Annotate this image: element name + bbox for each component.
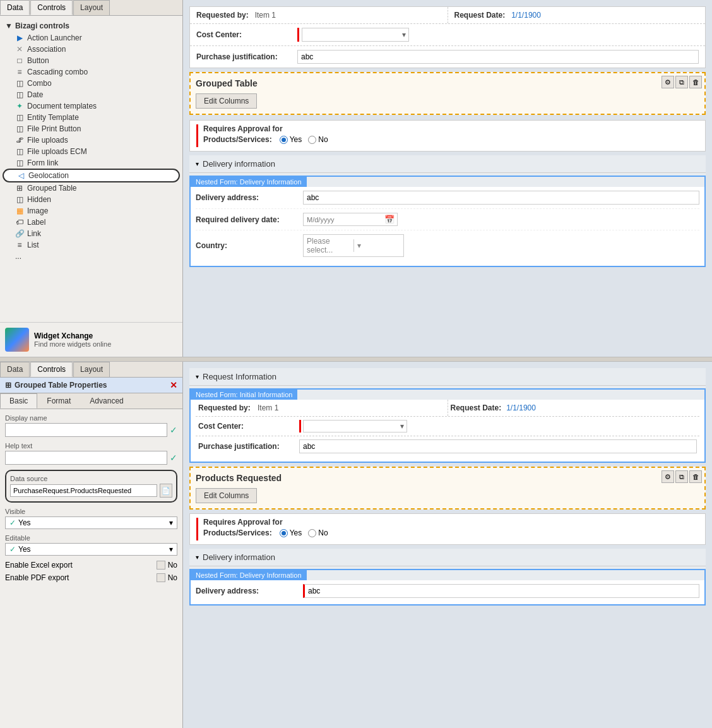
request-info-header: ▾ Request Information [189, 368, 706, 386]
br-yes-radio[interactable]: Yes [280, 528, 302, 537]
enable-excel-export-row: Enable Excel export No [5, 561, 177, 570]
br-delivery-address-field[interactable]: abc [303, 584, 699, 598]
copy-icon-btn[interactable]: ⧉ [675, 76, 688, 88]
date-icon: ◫ [15, 90, 24, 99]
br-yes-label: Yes [290, 528, 302, 537]
sidebar-item-form-link[interactable]: ◫ Form link [3, 157, 180, 169]
enable-excel-export-label: Enable Excel export [5, 561, 73, 570]
data-source-input[interactable] [10, 484, 157, 497]
date-input[interactable] [304, 214, 382, 225]
sidebar-item-entity-template[interactable]: ◫ Entity Template [3, 112, 180, 123]
edit-columns-button[interactable]: Edit Columns [196, 93, 257, 109]
br-cost-center-dropdown[interactable]: ▾ [303, 420, 407, 433]
sidebar-item-image[interactable]: ▦ Image [3, 205, 180, 217]
sidebar-item-more[interactable]: ... [3, 251, 180, 262]
sidebar-item-label[interactable]: 🏷 Label [3, 217, 180, 228]
sidebar-item-geolocation[interactable]: ◁ Geolocation [3, 169, 180, 182]
display-name-group: Display name ✓ [5, 414, 177, 437]
tab-layout-top[interactable]: Layout [73, 0, 110, 15]
props-tab-format[interactable]: Format [37, 393, 80, 409]
section-divider [0, 357, 712, 362]
required-delivery-date-field[interactable]: 📅 [303, 213, 398, 226]
br-requested-by-value: Item 1 [258, 403, 278, 412]
purchase-justification-field[interactable]: abc [297, 50, 699, 64]
button-icon: □ [15, 56, 24, 65]
editable-select[interactable]: ✓ Yes ▾ [5, 543, 177, 556]
tab-layout-bottom[interactable]: Layout [73, 362, 110, 377]
br-no-radio-circle [308, 529, 316, 537]
excel-export-checkbox[interactable] [157, 561, 165, 570]
br-cost-center-label: Cost Center: [198, 422, 293, 431]
data-source-label: Data source [10, 475, 172, 482]
no-radio[interactable]: No [308, 135, 328, 144]
help-text-input[interactable] [5, 451, 167, 465]
tab-data-bottom[interactable]: Data [0, 362, 30, 377]
sidebar-item-date[interactable]: ◫ Date [3, 89, 180, 100]
help-text-label: Help text [5, 442, 177, 450]
gear-icon-btn[interactable]: ⚙ [662, 76, 674, 88]
delivery-address-field[interactable]: abc [303, 191, 699, 205]
tree-header: ▼ Bizagi controls [3, 20, 180, 32]
sidebar-item-grouped-table[interactable]: ⊞ Grouped Table [3, 182, 180, 194]
help-text-check-icon: ✓ [170, 453, 177, 463]
products-delete-icon-btn[interactable]: 🗑 [689, 470, 702, 483]
visible-check-icon: ✓ [9, 518, 16, 527]
visible-value: Yes [18, 518, 169, 527]
print-icon: ◫ [15, 124, 24, 133]
products-requested-title: Products Requested [196, 473, 699, 483]
br-no-radio[interactable]: No [308, 528, 328, 537]
display-name-input[interactable] [5, 423, 167, 437]
widget-xchange-icon [5, 328, 29, 352]
props-tab-advanced[interactable]: Advanced [80, 393, 133, 409]
sidebar-item-association[interactable]: ✕ Association [3, 44, 180, 55]
delete-icon-btn[interactable]: 🗑 [689, 76, 702, 88]
excel-export-toggle[interactable]: No [157, 561, 177, 570]
geo-icon: ◁ [16, 171, 25, 180]
sidebar-item-combo[interactable]: ◫ Combo [3, 78, 180, 89]
props-close-button[interactable]: ✕ [170, 380, 177, 390]
products-requested-container: ⚙ ⧉ 🗑 Products Requested Edit Columns [189, 467, 706, 510]
cost-center-dropdown[interactable]: ▾ [302, 28, 409, 42]
sidebar-item-button[interactable]: □ Button [3, 55, 180, 66]
delivery-section-header: ▾ Delivery information [189, 155, 706, 173]
props-tabs: Basic Format Advanced [0, 393, 182, 409]
products-edit-columns-button[interactable]: Edit Columns [196, 488, 257, 503]
request-date-value: 1/1/1900 [511, 11, 541, 20]
br-purchase-justification-field[interactable]: abc [299, 439, 697, 453]
combo-icon: ◫ [15, 79, 24, 88]
tab-controls-bottom[interactable]: Controls [30, 362, 73, 377]
props-tab-basic[interactable]: Basic [0, 393, 37, 409]
pdf-export-toggle[interactable]: No [157, 573, 177, 582]
br-purchase-justification-label: Purchase justification: [198, 442, 293, 451]
br-cost-center-indicator [299, 420, 301, 433]
display-name-label: Display name [5, 414, 177, 422]
sidebar-item-file-print-button[interactable]: ◫ File Print Button [3, 123, 180, 134]
data-source-browse-button[interactable]: 📄 [160, 484, 172, 498]
visible-group: Visible ✓ Yes ▾ [5, 508, 177, 529]
approval-required-indicator [196, 124, 198, 147]
sidebar-item-file-uploads-ecm[interactable]: ◫ File uploads ECM [3, 146, 180, 157]
nested-delivery-form: Nested Form: Delivery Information Delive… [189, 176, 706, 267]
country-dropdown[interactable]: Please select... ▾ [303, 234, 404, 257]
tab-controls-top[interactable]: Controls [30, 0, 73, 15]
sidebar-item-hidden[interactable]: ◫ Hidden [3, 194, 180, 205]
country-label: Country: [196, 241, 297, 250]
br-products-services-label: Products/Services: [203, 528, 272, 537]
hidden-icon: ◫ [15, 195, 24, 204]
sidebar-item-action-launcher[interactable]: ▶ Action Launcher [3, 32, 180, 44]
sidebar-item-list[interactable]: ≡ List [3, 239, 180, 251]
delivery-address-label: Delivery address: [196, 193, 297, 202]
br-delivery-chevron: ▾ [196, 554, 199, 561]
tab-data-top[interactable]: Data [0, 0, 30, 15]
visible-select[interactable]: ✓ Yes ▾ [5, 516, 177, 529]
sidebar-item-document-templates[interactable]: ✦ Document templates [3, 100, 180, 112]
pdf-export-checkbox[interactable] [157, 573, 165, 582]
visible-dropdown-arrow: ▾ [169, 518, 173, 527]
sidebar-item-file-uploads[interactable]: 🖇 File uploads [3, 134, 180, 146]
sidebar-item-cascading-combo[interactable]: ≡ Cascading combo [3, 66, 180, 78]
sidebar-item-link[interactable]: 🔗 Link [3, 228, 180, 239]
data-source-group: Data source 📄 [5, 470, 177, 503]
yes-radio[interactable]: Yes [280, 135, 302, 144]
products-gear-icon-btn[interactable]: ⚙ [662, 470, 674, 483]
products-copy-icon-btn[interactable]: ⧉ [675, 470, 688, 483]
